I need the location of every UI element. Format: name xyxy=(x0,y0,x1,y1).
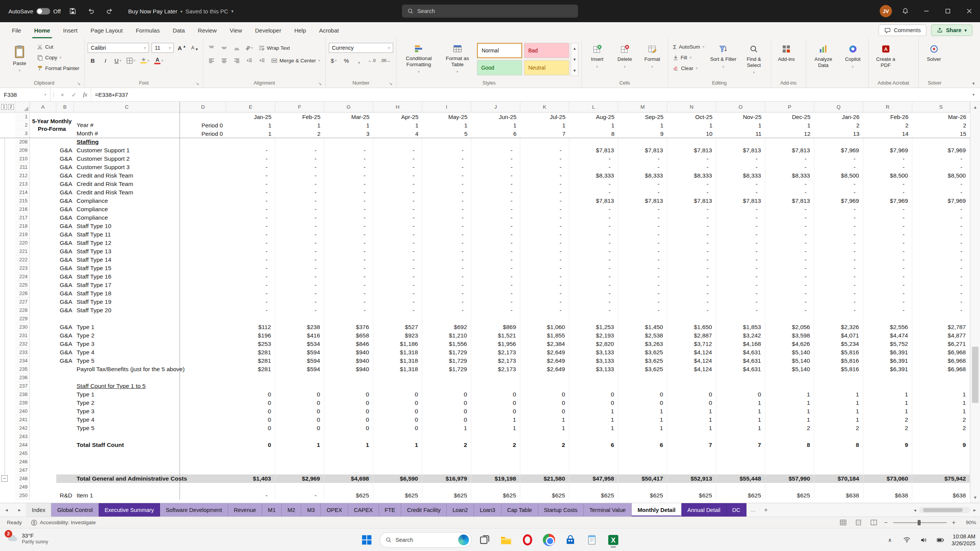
vertical-scroll-thumb[interactable] xyxy=(972,347,978,403)
cell-L225[interactable]: - xyxy=(569,281,618,289)
cell-I243[interactable] xyxy=(422,432,471,441)
cell-G243[interactable] xyxy=(324,432,373,441)
sheet-tab-revenue[interactable]: Revenue xyxy=(228,503,262,517)
cell-S238[interactable]: 1 xyxy=(912,390,970,399)
cell-E228[interactable]: - xyxy=(226,306,275,315)
cell-M237[interactable] xyxy=(618,382,667,390)
cell-M219[interactable]: - xyxy=(618,230,667,239)
cell-I240[interactable]: 0 xyxy=(422,407,471,416)
cell-F222[interactable]: - xyxy=(275,256,324,264)
column-header-m[interactable]: M xyxy=(618,102,667,112)
column-header-i[interactable]: I xyxy=(422,102,471,112)
cell-C245[interactable] xyxy=(74,449,180,458)
cell-F211[interactable]: - xyxy=(275,163,324,171)
cell-J220[interactable]: - xyxy=(471,239,520,247)
cell-O220[interactable]: - xyxy=(716,239,765,247)
cell-O1[interactable]: Nov-25 xyxy=(716,112,765,121)
cell-G215[interactable]: - xyxy=(324,197,373,205)
more-sheets-icon[interactable]: … xyxy=(746,503,760,517)
cell-K217[interactable]: - xyxy=(520,214,569,222)
cell-C212[interactable]: Credit and Risk Team xyxy=(74,171,180,180)
cell-C228[interactable]: Staff Type 20 xyxy=(74,306,180,315)
cell-M246[interactable] xyxy=(618,458,667,466)
hidden-icons-chevron[interactable]: ∧ xyxy=(884,534,896,546)
cell-H216[interactable]: - xyxy=(373,205,422,214)
cell-G218[interactable]: - xyxy=(324,222,373,230)
cell-P247[interactable] xyxy=(765,466,814,474)
cell-H230[interactable]: $527 xyxy=(373,323,422,331)
cell-O235[interactable]: $4,631 xyxy=(716,365,765,373)
cell-D227[interactable] xyxy=(180,298,226,306)
volume-button[interactable] xyxy=(918,534,929,546)
sheet-tab-terminal-value[interactable]: Terminal Value xyxy=(584,503,632,517)
cell-Q242[interactable]: 2 xyxy=(814,424,863,432)
cell-H229[interactable] xyxy=(373,315,422,323)
ribbon-tab-home[interactable]: Home xyxy=(28,22,57,38)
cell-F2[interactable]: 1 xyxy=(275,121,324,129)
cell-L231[interactable]: $2,193 xyxy=(569,331,618,340)
cell-C227[interactable]: Staff Type 19 xyxy=(74,298,180,306)
cell-J217[interactable]: - xyxy=(471,214,520,222)
cell-S246[interactable] xyxy=(912,458,970,466)
cell-J234[interactable]: $2,173 xyxy=(471,357,520,365)
cell-B246[interactable] xyxy=(56,458,74,466)
cell-S233[interactable]: $6,968 xyxy=(912,348,970,357)
cell-A224[interactable] xyxy=(30,272,56,281)
cell-K211[interactable]: - xyxy=(520,163,569,171)
cell-B243[interactable] xyxy=(56,432,74,441)
cell-F239[interactable]: 0 xyxy=(275,399,324,407)
cell-I239[interactable]: 0 xyxy=(422,399,471,407)
ribbon-tab-file[interactable]: File xyxy=(5,22,28,38)
cell-E240[interactable]: 0 xyxy=(226,407,275,416)
align-center-button[interactable] xyxy=(219,55,229,65)
cell-D249[interactable] xyxy=(180,483,226,491)
cell-L223[interactable]: - xyxy=(569,264,618,272)
cell-P233[interactable]: $5,140 xyxy=(765,348,814,357)
cell-A219[interactable] xyxy=(30,230,56,239)
cell-F244[interactable]: 1 xyxy=(275,441,324,449)
cell-L220[interactable]: - xyxy=(569,239,618,247)
cell-P243[interactable] xyxy=(765,432,814,441)
cell-S1[interactable]: Mar-26 xyxy=(912,112,970,121)
addins-button[interactable]: Add-ins xyxy=(774,41,799,77)
cell-P210[interactable]: - xyxy=(765,155,814,163)
cell-S247[interactable] xyxy=(912,466,970,474)
cell-H250[interactable]: $625 xyxy=(373,491,422,500)
cell-D212[interactable] xyxy=(180,171,226,180)
delete-cells-button[interactable]: Delete ▾ xyxy=(612,41,637,77)
cell-L246[interactable] xyxy=(569,458,618,466)
cell-G225[interactable]: - xyxy=(324,281,373,289)
outline-level-1-button[interactable]: 1 xyxy=(1,104,7,110)
cell-D234[interactable] xyxy=(180,357,226,365)
cell-L234[interactable]: $3,133 xyxy=(569,357,618,365)
cell-E216[interactable]: - xyxy=(226,205,275,214)
cell-J231[interactable]: $1,521 xyxy=(471,331,520,340)
cell-N212[interactable]: $8,333 xyxy=(667,171,716,180)
cell-L216[interactable]: - xyxy=(569,205,618,214)
cell-N216[interactable]: - xyxy=(667,205,716,214)
cell-J249[interactable] xyxy=(471,483,520,491)
row-header-230[interactable]: 230 xyxy=(15,323,30,331)
cell-C215[interactable]: Compliance xyxy=(74,197,180,205)
cell-F215[interactable]: - xyxy=(275,197,324,205)
cell-N230[interactable]: $1,650 xyxy=(667,323,716,331)
cell-D218[interactable] xyxy=(180,222,226,230)
row-header-221[interactable]: 221 xyxy=(15,247,30,256)
cell-I213[interactable]: - xyxy=(422,180,471,188)
cell-C2[interactable]: Year # xyxy=(74,121,180,129)
row-header-228[interactable]: 228 xyxy=(15,306,30,315)
sheet-tab-loan3[interactable]: Loan3 xyxy=(474,503,501,517)
weather-widget[interactable]: 2 33°F Partly sunny xyxy=(4,531,51,546)
cell-H1[interactable]: Apr-25 xyxy=(373,112,422,121)
cell-H2[interactable]: 1 xyxy=(373,121,422,129)
page-break-view-button[interactable] xyxy=(869,518,879,527)
cell-G236[interactable] xyxy=(324,373,373,382)
cell-E214[interactable]: - xyxy=(226,188,275,197)
cell-H224[interactable]: - xyxy=(373,272,422,281)
cell-K220[interactable]: - xyxy=(520,239,569,247)
cell-N240[interactable]: 1 xyxy=(667,407,716,416)
cell-R211[interactable]: - xyxy=(863,163,912,171)
row-header-249[interactable]: 249 xyxy=(15,483,30,491)
cell-N238[interactable]: 0 xyxy=(667,390,716,399)
cell-M217[interactable]: - xyxy=(618,214,667,222)
